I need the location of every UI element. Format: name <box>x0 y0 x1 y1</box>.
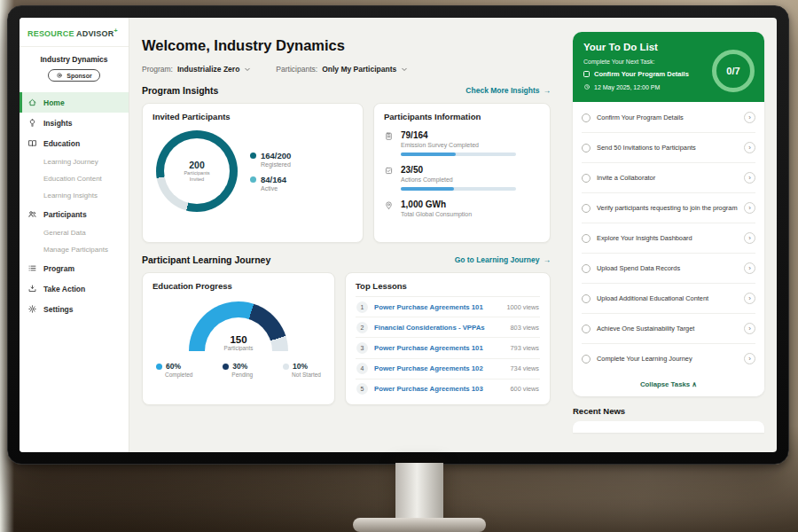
sidebar-item-learning-journey[interactable]: Learning Journey <box>20 153 129 170</box>
card-title: Participants Information <box>384 112 540 121</box>
task-label: Achieve One Sustainability Target <box>597 325 738 333</box>
lesson-views: 600 views <box>511 385 539 393</box>
task-checkbox[interactable] <box>582 325 591 333</box>
participants-filter-value: Only My Participants <box>322 65 396 74</box>
dashboard-screen: RESOURCE ADVISOR+ Industry Dynamics Spon… <box>20 18 777 452</box>
sidebar-item-insights[interactable]: Insights <box>20 113 129 133</box>
gauge-center-value: 150 <box>189 334 288 345</box>
todo-next-task[interactable]: Confirm Your Program Details <box>583 70 708 78</box>
lesson-link[interactable]: Power Purchase Agreements 101 <box>374 344 505 352</box>
brand-resource: RESOURCE <box>27 29 74 38</box>
legend-label: Completed <box>165 372 192 378</box>
sidebar: RESOURCE ADVISOR+ Industry Dynamics Spon… <box>20 18 129 452</box>
collapse-tasks-link[interactable]: Collapse Tasks ∧ <box>573 373 764 396</box>
monitor-frame: RESOURCE ADVISOR+ Industry Dynamics Spon… <box>7 5 789 465</box>
task-label: Confirm Your Program Details <box>597 113 738 122</box>
stat-label: Actions Completed <box>401 176 516 183</box>
learning-journey-cards: Education Progress 150 Participants <box>142 272 551 405</box>
todo-header: Your To Do List Complete Your Next Task:… <box>573 32 764 102</box>
lesson-row: 4 Power Purchase Agreements 102 734 view… <box>356 359 540 379</box>
lesson-link[interactable]: Power Purchase Agreements 101 <box>374 303 500 311</box>
task-chevron-icon[interactable]: › <box>744 112 755 123</box>
stat-emission-survey: 79/164 Emission Survey Completed <box>384 130 540 156</box>
lesson-link[interactable]: Power Purchase Agreements 103 <box>374 385 505 393</box>
legend-dot <box>283 364 289 370</box>
task-chevron-icon[interactable]: › <box>744 142 755 153</box>
sidebar-item-participants[interactable]: Participants <box>20 204 129 224</box>
target-icon <box>56 72 63 79</box>
task-checkbox[interactable] <box>582 113 591 122</box>
todo-task[interactable]: Invite a Collaborator › <box>582 163 755 193</box>
lesson-row: 3 Power Purchase Agreements 101 793 view… <box>356 338 540 358</box>
todo-progress-ring: 0/7 <box>712 50 755 92</box>
sidebar-item-home[interactable]: Home <box>20 92 129 113</box>
task-chevron-icon[interactable]: › <box>744 172 755 184</box>
sidebar-item-learning-insights[interactable]: Learning Insights <box>20 187 129 204</box>
sidebar-item-settings[interactable]: Settings <box>20 299 129 319</box>
task-checkbox[interactable] <box>582 144 591 153</box>
task-chevron-icon[interactable]: › <box>744 202 755 214</box>
sidebar-item-education-content[interactable]: Education Content <box>20 170 129 187</box>
sidebar-item-take-action[interactable]: Take Action <box>20 278 129 299</box>
link-label: Check More Insights <box>466 86 539 95</box>
legend-item-completed: 60% Completed <box>156 362 192 378</box>
todo-task[interactable]: Upload Additional Educational Content › <box>582 284 755 314</box>
participants-filter-label: Participants: <box>276 65 317 74</box>
legend-dot <box>250 153 256 159</box>
task-checkbox[interactable] <box>582 204 591 213</box>
filters-row: Program: Industrialize Zero Participants… <box>142 65 551 74</box>
task-chevron-icon[interactable]: › <box>744 262 755 274</box>
program-filter-dropdown[interactable]: Program: Industrialize Zero <box>142 65 251 74</box>
top-lessons-card: Top Lessons 1 Power Purchase Agreements … <box>345 272 551 405</box>
todo-task[interactable]: Confirm Your Program Details › <box>582 103 755 133</box>
task-checkbox[interactable] <box>582 264 591 273</box>
go-to-learning-journey-link[interactable]: Go to Learning Journey → <box>455 255 551 264</box>
arrow-right-icon: → <box>544 255 552 264</box>
lesson-rank: 1 <box>356 301 368 313</box>
sidebar-item-program[interactable]: Program <box>20 258 129 278</box>
sponsor-badge[interactable]: Sponsor <box>48 69 99 82</box>
task-checkbox[interactable] <box>582 234 591 243</box>
legend-value: 30% <box>232 362 247 371</box>
todo-task[interactable]: Upload Spend Data Records › <box>582 254 755 284</box>
sidebar-item-label: Participants <box>43 210 87 219</box>
legend-dot <box>223 364 229 370</box>
task-checkbox[interactable] <box>582 294 591 303</box>
task-chevron-icon[interactable]: › <box>744 232 755 244</box>
todo-task[interactable]: Explore Your Insights Dashboard › <box>582 223 755 254</box>
sidebar-item-general-data[interactable]: General Data <box>20 224 129 241</box>
legend-item-not-started: 10% Not Started <box>283 362 321 378</box>
location-pin-icon <box>384 200 394 210</box>
sidebar-nav: Home Insights Education Learning Journey… <box>20 90 129 321</box>
todo-task[interactable]: Send 50 Invitations to Participants › <box>582 133 755 163</box>
task-chevron-icon[interactable]: › <box>744 293 755 304</box>
collapse-label: Collapse Tasks <box>640 380 690 388</box>
clipboard-icon <box>384 131 394 141</box>
brand-plus: + <box>113 27 117 34</box>
todo-task[interactable]: Verify participants requesting to join t… <box>582 193 755 223</box>
program-filter-label: Program: <box>142 65 173 74</box>
check-more-insights-link[interactable]: Check More Insights → <box>466 86 551 95</box>
check-square-icon <box>384 166 394 176</box>
todo-task[interactable]: Achieve One Sustainability Target › <box>582 314 755 344</box>
lesson-link[interactable]: Financial Considerations - VPPAs <box>374 324 505 332</box>
stat-actions-completed: 23/50 Actions Completed <box>384 165 540 191</box>
sidebar-item-education[interactable]: Education <box>20 133 129 153</box>
program-filter-value: Industrialize Zero <box>177 65 239 74</box>
invited-donut-chart: 200 Participants Invited <box>156 130 238 212</box>
task-checkbox[interactable] <box>582 174 591 183</box>
task-chevron-icon[interactable]: › <box>744 353 755 364</box>
participants-filter-dropdown[interactable]: Participants: Only My Participants <box>276 65 408 74</box>
task-chevron-icon[interactable]: › <box>744 323 755 334</box>
sidebar-item-label: Program <box>43 264 74 273</box>
sidebar-item-manage-participants[interactable]: Manage Participants <box>20 241 129 258</box>
todo-task[interactable]: Complete Your Learning Journey › <box>582 344 755 373</box>
lesson-link[interactable]: Power Purchase Agreements 102 <box>374 364 505 372</box>
stat-value: 1,000 GWh <box>401 200 472 209</box>
checkbox-icon[interactable] <box>583 71 590 77</box>
card-title: Top Lessons <box>356 281 540 297</box>
task-label: Upload Additional Educational Content <box>597 294 738 303</box>
task-checkbox[interactable] <box>582 355 591 364</box>
sidebar-item-label: Settings <box>43 305 74 314</box>
recent-news-card <box>573 421 764 433</box>
